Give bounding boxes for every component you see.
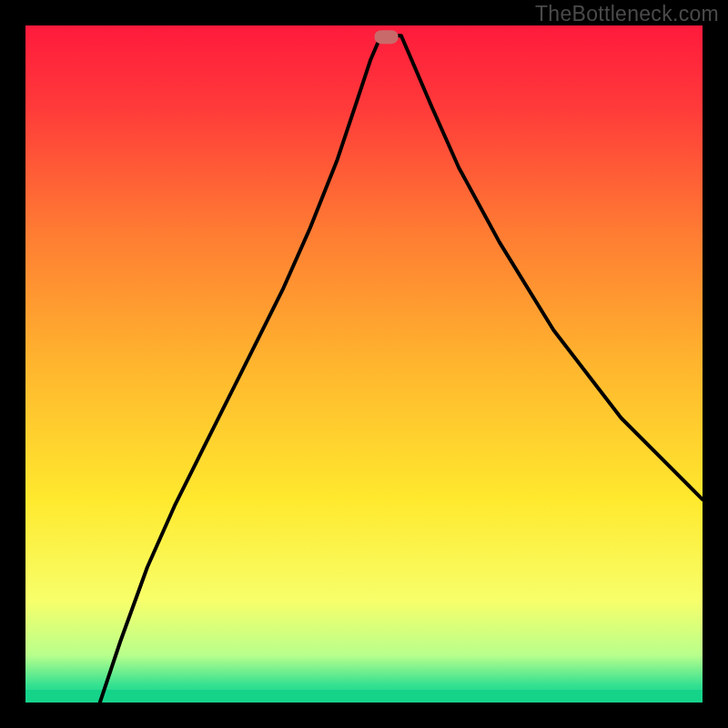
chart-container: TheBottleneck.com xyxy=(0,0,728,728)
minimum-marker xyxy=(375,30,399,44)
plot-background xyxy=(25,25,703,703)
bottom-band xyxy=(25,690,703,703)
bottleneck-chart xyxy=(0,0,728,728)
watermark-label: TheBottleneck.com xyxy=(535,2,719,26)
